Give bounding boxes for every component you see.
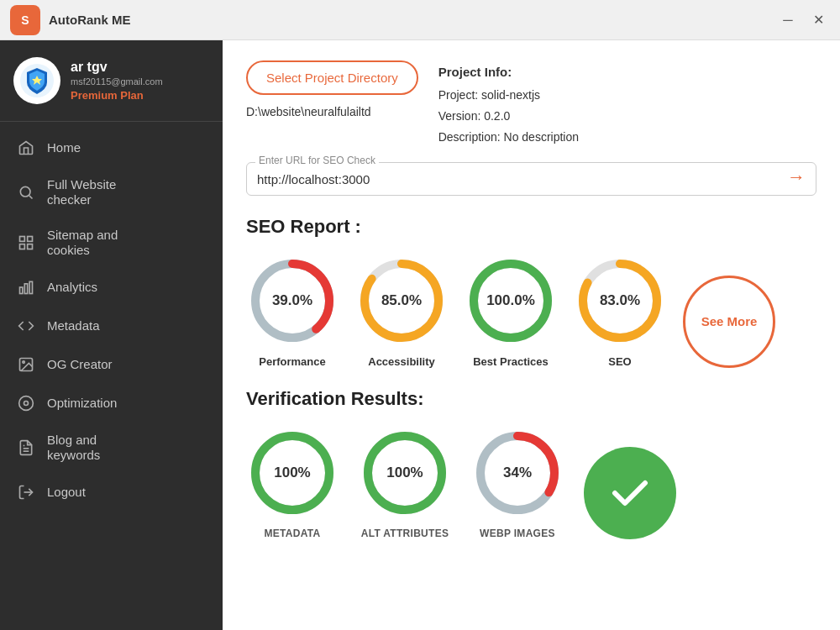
donut-value: 100%: [386, 465, 423, 481]
sidebar: ar tgv msf20115@gmail.com Premium Plan H…: [0, 40, 223, 630]
sidebar-item-label: Metadata: [47, 318, 100, 333]
donut-value: 100%: [274, 465, 310, 481]
sidebar-item-label: Analytics: [47, 280, 97, 295]
chart-performance: 39.0% Performance: [246, 255, 339, 368]
verify-donut-metadata: 100%: [246, 427, 339, 519]
svg-rect-7: [28, 244, 33, 249]
app-body: ar tgv msf20115@gmail.com Premium Plan H…: [0, 40, 840, 630]
donut-value: 85.0%: [381, 292, 422, 309]
url-input[interactable]: [257, 167, 780, 186]
sidebar-item-metadata[interactable]: Metadata: [0, 307, 223, 345]
verify-label-webp-images: WEBP IMAGES: [480, 528, 555, 539]
svg-point-13: [24, 402, 29, 406]
donut-performance: 39.0%: [246, 255, 339, 347]
verify-chart-webp-images: 34% WEBP IMAGES: [471, 427, 564, 539]
file-text-icon: [17, 438, 35, 457]
svg-point-12: [23, 361, 24, 364]
sidebar-item-sitemap-cookies[interactable]: Sitemap andcookies: [0, 218, 223, 268]
user-section: ar tgv msf20115@gmail.com Premium Plan: [0, 40, 223, 122]
svg-rect-5: [28, 237, 33, 242]
settings-icon: [17, 394, 35, 412]
sidebar-item-label: Home: [47, 140, 81, 155]
close-button[interactable]: ✕: [806, 8, 830, 32]
user-info: ar tgv msf20115@gmail.com Premium Plan: [71, 60, 163, 102]
code-icon: [17, 317, 35, 335]
image-icon: [17, 355, 35, 374]
see-more-button[interactable]: See More: [683, 276, 775, 368]
project-description: Description: No description: [438, 127, 579, 148]
donut-value: 83.0%: [600, 292, 640, 309]
chart-seo: 83.0% SEO: [574, 255, 666, 368]
select-project-directory-button[interactable]: Select Project Directory: [246, 60, 418, 95]
checkmark-badge: [584, 447, 676, 539]
bar-chart-icon: [17, 278, 35, 297]
project-info-title: Project Info:: [438, 60, 579, 83]
chart-accessibility: 85.0% Accessibility: [355, 255, 448, 368]
donut-accessibility: 85.0%: [355, 255, 448, 347]
svg-rect-4: [20, 237, 25, 242]
sidebar-item-og-creator[interactable]: OG Creator: [0, 345, 223, 384]
directory-path: D:\website\neuralfulailtd: [246, 105, 418, 118]
home-icon: [17, 139, 35, 157]
sidebar-item-label: Sitemap andcookies: [47, 228, 118, 258]
donut-value: 34%: [503, 465, 532, 481]
seo-charts-row: 39.0% Performance 85.0% Accessibility: [246, 255, 816, 368]
verify-donut-webp-images: 34%: [471, 427, 564, 519]
url-go-button[interactable]: →: [787, 166, 806, 188]
chart-label-seo: SEO: [608, 355, 631, 368]
chart-label-performance: Performance: [259, 355, 325, 368]
arrow-right-icon: →: [787, 166, 806, 188]
donut-value: 100.0%: [486, 292, 535, 309]
user-email: msf20115@gmail.com: [71, 76, 163, 87]
sidebar-item-label: Logout: [47, 485, 86, 500]
chart-best-practices: 100.0% Best Practices: [465, 255, 557, 368]
user-name: ar tgv: [71, 60, 163, 75]
donut-seo: 83.0%: [574, 255, 666, 347]
chart-label-best-practices: Best Practices: [473, 355, 549, 368]
verify-checkmark-item: [584, 447, 676, 539]
svg-rect-8: [20, 287, 23, 294]
verification-title: Verification Results:: [246, 388, 816, 410]
app-logo: S: [10, 5, 40, 35]
sidebar-item-label: OG Creator: [47, 357, 113, 372]
sidebar-item-label: Full Websitechecker: [47, 177, 116, 207]
avatar: [13, 57, 60, 104]
url-input-label: Enter URL for SEO Check: [255, 155, 379, 166]
sidebar-item-label: Optimization: [47, 396, 117, 411]
sidebar-item-logout[interactable]: Logout: [0, 473, 223, 512]
svg-rect-9: [24, 284, 27, 294]
grid-icon: [17, 234, 35, 252]
search-icon: [17, 183, 35, 202]
svg-line-3: [29, 196, 33, 199]
verify-chart-alt-attributes: 100% ALT ATTRIBUTES: [359, 427, 451, 539]
verify-donut-alt-attributes: 100%: [359, 427, 451, 519]
sidebar-item-blog-keywords[interactable]: Blog andkeywords: [0, 423, 223, 473]
nav-menu: Home Full Websitechecker Sitemap andcook…: [0, 122, 223, 630]
svg-rect-10: [29, 281, 32, 293]
sidebar-item-optimization[interactable]: Optimization: [0, 384, 223, 423]
sidebar-item-home[interactable]: Home: [0, 129, 223, 167]
main-content: Select Project Directory D:\website\neur…: [223, 40, 840, 630]
sidebar-item-label: Blog andkeywords: [47, 433, 100, 463]
app-title: AutoRank ME: [49, 13, 768, 27]
chart-label-accessibility: Accessibility: [368, 355, 435, 368]
user-plan: Premium Plan: [71, 89, 163, 102]
top-left: Select Project Directory D:\website\neur…: [246, 60, 418, 132]
project-name: Project: solid-nextjs: [438, 85, 579, 106]
donut-best-practices: 100.0%: [465, 255, 557, 347]
donut-value: 39.0%: [272, 292, 312, 309]
sidebar-item-full-website-checker[interactable]: Full Websitechecker: [0, 167, 223, 218]
verify-label-alt-attributes: ALT ATTRIBUTES: [361, 528, 449, 539]
url-input-wrapper: Enter URL for SEO Check →: [246, 162, 816, 196]
verify-label-metadata: METADATA: [264, 528, 320, 539]
see-more-item: See More: [683, 276, 775, 368]
seo-report-title: SEO Report :: [246, 216, 816, 238]
titlebar: S AutoRank ME ─ ✕: [0, 0, 840, 40]
window-controls: ─ ✕: [776, 8, 830, 32]
svg-point-2: [20, 186, 30, 197]
top-row: Select Project Directory D:\website\neur…: [246, 60, 816, 149]
minimize-button[interactable]: ─: [776, 8, 800, 32]
sidebar-item-analytics[interactable]: Analytics: [0, 268, 223, 307]
project-info: Project Info: Project: solid-nextjs Vers…: [438, 60, 579, 149]
svg-rect-6: [20, 244, 25, 249]
